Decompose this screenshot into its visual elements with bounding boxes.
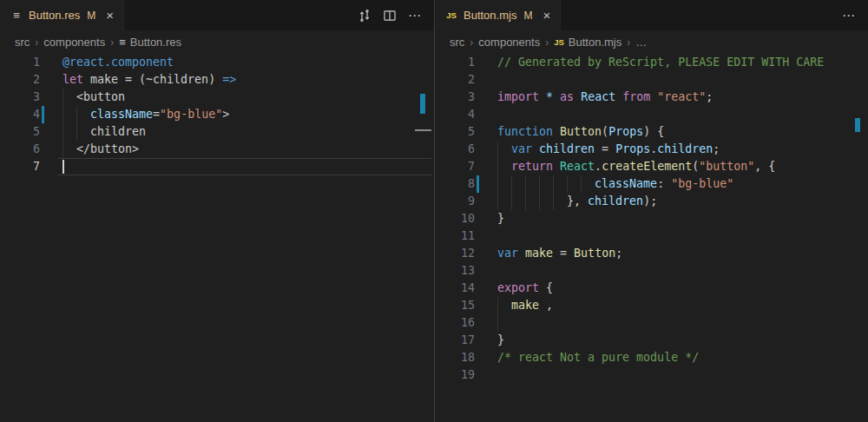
chevron-right-icon: › — [627, 36, 630, 49]
breadcrumb-item[interactable]: components — [43, 36, 105, 49]
breadcrumb-item[interactable]: src — [450, 36, 464, 49]
code-line[interactable]: className="bg-blue"> — [62, 106, 236, 123]
line-number: 12 — [435, 245, 475, 262]
left-breadcrumb: src›components›≡Button.res — [0, 30, 434, 54]
editor-pane-right: JS Button.mjs M × ⋯ src›components›JSBut… — [434, 0, 868, 422]
tab-title: Button.res — [29, 9, 80, 22]
line-number: 3 — [435, 89, 475, 106]
line-number: 7 — [435, 158, 475, 175]
git-modified-gutter-marker — [477, 175, 479, 193]
left-gutter: 1234567 — [0, 54, 40, 175]
right-editor-actions: ⋯ — [842, 0, 856, 30]
more-actions-icon[interactable]: ⋯ — [842, 8, 856, 23]
overview-ruler-modified-marker — [855, 118, 860, 132]
code-line[interactable]: let make = (~children) => — [62, 71, 236, 89]
line-number: 5 — [435, 123, 475, 141]
right-gutter: 12345678910111213141516171819 — [435, 54, 475, 384]
chevron-right-icon: › — [545, 36, 549, 49]
code-line[interactable]: return React.createElement("button", { — [497, 158, 824, 175]
line-number: 5 — [0, 123, 40, 141]
line-number: 1 — [0, 54, 40, 71]
chevron-right-icon: › — [470, 36, 473, 49]
line-number: 4 — [435, 106, 475, 123]
code-line[interactable]: } — [497, 332, 824, 349]
line-number: 11 — [435, 227, 475, 245]
line-number: 2 — [435, 71, 475, 89]
code-line[interactable]: /* react Not a pure module */ — [497, 349, 824, 366]
code-line[interactable]: } — [497, 210, 824, 227]
breadcrumb-item[interactable]: Button.mjs — [569, 36, 621, 49]
line-number: 14 — [435, 280, 475, 297]
chevron-right-icon: › — [35, 36, 38, 49]
line-number: 3 — [0, 89, 40, 106]
code-line[interactable]: className: "bg-blue" — [497, 175, 824, 193]
right-editor[interactable]: 12345678910111213141516171819 // Generat… — [435, 54, 868, 422]
close-icon[interactable]: × — [542, 9, 550, 22]
left-code: @react.componentlet make = (~children) =… — [62, 54, 236, 175]
rescript-file-icon: ≡ — [10, 9, 23, 23]
line-number: 6 — [435, 141, 475, 158]
line-number: 2 — [0, 71, 40, 89]
code-line[interactable]: export { — [497, 280, 824, 297]
code-line[interactable]: @react.component — [62, 54, 236, 71]
right-breadcrumb: src›components›JSButton.mjs›… — [435, 30, 868, 54]
code-line[interactable]: function Button(Props) { — [497, 123, 824, 141]
breadcrumb-item[interactable]: Button.res — [130, 36, 181, 49]
right-tabbar: JS Button.mjs M × — [435, 0, 868, 30]
code-line[interactable]: make , — [497, 297, 824, 314]
code-line[interactable]: <button — [62, 89, 236, 106]
code-line[interactable]: }, children); — [497, 193, 824, 210]
line-number: 7 — [0, 158, 40, 175]
breadcrumb-item[interactable]: … — [635, 36, 647, 49]
code-line[interactable] — [497, 71, 824, 89]
code-line[interactable]: import * as React from "react"; — [497, 89, 824, 106]
line-number: 9 — [435, 193, 475, 210]
breadcrumb-item[interactable]: src — [15, 36, 30, 49]
code-line[interactable] — [497, 366, 824, 384]
code-line[interactable] — [62, 158, 236, 175]
git-modified-gutter-marker — [42, 106, 44, 123]
code-line[interactable] — [497, 262, 824, 280]
overview-ruler-modified-marker — [420, 94, 425, 114]
left-editor-actions: ⋯ — [358, 0, 422, 30]
line-number: 8 — [435, 175, 475, 193]
editor-pane-left: ≡ Button.res M × ⋯ src›components›≡Butto… — [0, 0, 434, 422]
tab-button-mjs[interactable]: JS Button.mjs M × — [435, 0, 561, 30]
line-number: 13 — [435, 262, 475, 280]
open-changes-icon[interactable] — [358, 9, 372, 23]
line-number: 1 — [435, 54, 475, 71]
git-modified-badge: M — [87, 10, 95, 22]
overview-ruler-cursor-marker — [415, 129, 431, 131]
code-line[interactable]: var make = Button; — [497, 245, 824, 262]
left-editor[interactable]: 1234567 @react.componentlet make = (~chi… — [0, 54, 434, 422]
js-icon: JS — [554, 37, 564, 47]
close-icon[interactable]: × — [106, 9, 114, 22]
more-actions-icon[interactable]: ⋯ — [408, 8, 422, 23]
code-line[interactable]: children — [62, 123, 236, 141]
rescript-icon: ≡ — [119, 36, 126, 49]
code-line[interactable]: var children = Props.children; — [497, 141, 824, 158]
code-line[interactable] — [497, 314, 824, 332]
line-number: 4 — [0, 106, 40, 123]
line-number: 19 — [435, 366, 475, 384]
code-line[interactable]: // Generated by ReScript, PLEASE EDIT WI… — [497, 54, 824, 71]
tab-title: Button.mjs — [464, 9, 516, 22]
code-line[interactable] — [497, 106, 824, 123]
code-line[interactable] — [497, 227, 824, 245]
split-editor-icon[interactable] — [383, 9, 397, 23]
line-number: 10 — [435, 210, 475, 227]
git-modified-badge: M — [523, 10, 532, 22]
line-number: 6 — [0, 141, 40, 158]
tab-button-res[interactable]: ≡ Button.res M × — [0, 0, 124, 30]
code-line[interactable]: </button> — [62, 141, 236, 158]
chevron-right-icon: › — [110, 36, 114, 49]
javascript-file-icon: JS — [444, 10, 458, 20]
line-number: 15 — [435, 297, 475, 314]
breadcrumb-item[interactable]: components — [478, 36, 540, 49]
right-code: // Generated by ReScript, PLEASE EDIT WI… — [497, 54, 824, 384]
line-number: 16 — [435, 314, 475, 332]
line-number: 18 — [435, 349, 475, 366]
line-number: 17 — [435, 332, 475, 349]
